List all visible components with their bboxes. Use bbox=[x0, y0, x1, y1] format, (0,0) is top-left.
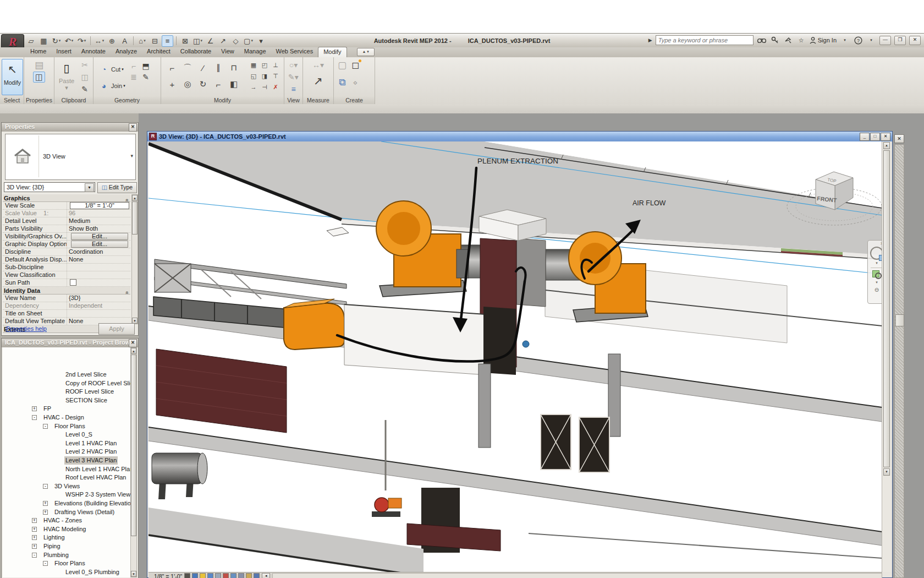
zoom-dropdown-icon[interactable]: ▾ bbox=[876, 280, 878, 285]
tree-item[interactable]: Level 1 HVAC Plan bbox=[3, 439, 130, 448]
view-vertical-scrollbar[interactable]: ▲ ▼ bbox=[882, 141, 891, 572]
project-browser-titlebar[interactable]: ICA_DUCTOS_v03-PIPED.rvt - Project Brow.… bbox=[2, 339, 138, 347]
instance-combo-dropdown-icon[interactable]: ▼ bbox=[85, 183, 94, 192]
favorites-star-icon[interactable]: ☆ bbox=[796, 35, 806, 45]
temporary-hide-icon[interactable] bbox=[238, 573, 244, 578]
tree-item[interactable]: Level 0_S bbox=[3, 430, 130, 439]
tree-item-label[interactable]: Floor Plans bbox=[53, 422, 86, 430]
navbar-collapse-icon[interactable]: ⊖ bbox=[875, 287, 879, 293]
copy-icon[interactable]: ◎ bbox=[180, 76, 195, 92]
tree-item[interactable]: Level 0_S Plumbing bbox=[3, 568, 130, 576]
create-assembly-icon[interactable]: ⋄ bbox=[349, 77, 361, 88]
view-minimize-icon[interactable]: _ bbox=[860, 133, 870, 141]
prop-scroll-thumb[interactable] bbox=[132, 201, 138, 235]
cope-geometry-icon[interactable]: ⌐ bbox=[128, 61, 140, 72]
tree-item[interactable]: +Drafting Views (Detail) bbox=[3, 508, 130, 516]
tab-manage[interactable]: Manage bbox=[239, 47, 271, 57]
tree-item[interactable]: -HVAC - Design bbox=[3, 413, 130, 422]
orient-icon[interactable]: ◇ bbox=[230, 35, 241, 47]
properties-scrollbar[interactable]: ▲ ▼ bbox=[131, 194, 138, 324]
tree-item-label[interactable]: Level 0_S bbox=[64, 430, 94, 439]
tree-item-label[interactable]: HVAC - Zones bbox=[42, 516, 83, 525]
collapse-chevron-icon[interactable]: » bbox=[124, 287, 130, 295]
default-3d-view-icon[interactable]: ⌂▾ bbox=[136, 35, 148, 47]
instance-combo[interactable]: 3D View: {3D} ▼ bbox=[4, 182, 95, 192]
communication-center-icon[interactable] bbox=[783, 35, 793, 45]
collapse-icon[interactable]: - bbox=[43, 561, 48, 566]
collapse-icon[interactable]: - bbox=[32, 415, 37, 420]
ribbon-collapse-button[interactable]: ▲ ▾ bbox=[357, 48, 375, 56]
pin-icon[interactable]: ⊤ bbox=[270, 70, 281, 81]
aligned-dimension-icon[interactable]: ↔▾ bbox=[94, 35, 105, 47]
mdi-scroll-thumb[interactable] bbox=[895, 314, 904, 326]
search-binoculars-icon[interactable] bbox=[757, 35, 767, 45]
view-scroll-down-icon[interactable]: ▼ bbox=[883, 468, 890, 476]
pin-remove-icon[interactable]: ⊥ bbox=[270, 59, 281, 70]
panel-label-create[interactable]: Create bbox=[334, 96, 375, 104]
tree-item-label[interactable]: Floor Plans bbox=[53, 559, 86, 568]
type-properties-icon[interactable]: ▤ bbox=[33, 59, 45, 70]
properties-palette-icon[interactable]: ◫ bbox=[33, 72, 45, 83]
browser-scroll-down-icon[interactable]: ▼ bbox=[131, 571, 136, 577]
properties-palette-titlebar[interactable]: Properties ✕ bbox=[2, 123, 138, 132]
close-button[interactable]: ✕ bbox=[909, 36, 921, 45]
close-hidden-windows-icon[interactable]: ⊠ bbox=[179, 35, 191, 47]
tree-item[interactable]: -3D Views bbox=[3, 482, 130, 490]
tree-item-label[interactable]: Lighting bbox=[42, 533, 66, 542]
qat-customize-icon[interactable]: ▾ bbox=[255, 35, 267, 47]
sun-path-checkbox[interactable] bbox=[70, 279, 76, 286]
panel-label-measure[interactable]: Measure bbox=[303, 96, 333, 104]
tree-item-label[interactable]: ROOF Level Slice bbox=[64, 388, 115, 396]
help-dropdown-icon[interactable]: ▾ bbox=[866, 35, 876, 45]
property-value[interactable]: 1/8" = 1'-0" bbox=[67, 202, 130, 209]
properties-help-link[interactable]: Properties help bbox=[6, 325, 47, 332]
view-scroll-thumb[interactable] bbox=[883, 150, 890, 467]
hscroll-left-icon[interactable]: ◄ bbox=[262, 573, 270, 578]
panel-label-geometry[interactable]: Geometry bbox=[94, 96, 161, 104]
scale-icon[interactable]: ◰ bbox=[259, 59, 270, 70]
tree-item-label[interactable]: Copy of ROOF Level Slice bbox=[64, 379, 130, 388]
panel-label-clipboard[interactable]: Clipboard bbox=[54, 96, 93, 104]
tree-item-label[interactable]: Piping bbox=[42, 542, 62, 550]
signin-dropdown-icon[interactable]: ▾ bbox=[840, 35, 850, 45]
search-expand-icon[interactable]: ▶ bbox=[648, 37, 652, 43]
tree-item-label[interactable]: Elevations (Building Elevation) bbox=[53, 499, 130, 508]
mirror-icon[interactable]: ◧ bbox=[226, 76, 241, 92]
shadows-icon[interactable] bbox=[207, 573, 213, 578]
tree-item-label[interactable]: WSHP 2-3 System View bbox=[64, 490, 130, 499]
split-face-icon[interactable]: ◱ bbox=[248, 70, 259, 81]
analysis-icon[interactable] bbox=[254, 573, 260, 578]
tree-item[interactable]: +Lighting bbox=[3, 533, 130, 542]
dimension-ruler-icon[interactable]: ↔▾ bbox=[312, 59, 324, 70]
text-icon[interactable]: A bbox=[119, 35, 130, 47]
mdi-scrollbar[interactable] bbox=[894, 144, 904, 578]
properties-close-icon[interactable]: ✕ bbox=[129, 123, 137, 132]
tab-insert[interactable]: Insert bbox=[51, 47, 76, 57]
tree-item[interactable]: SECTION Slice bbox=[3, 396, 130, 405]
panel-label-properties[interactable]: Properties bbox=[24, 96, 54, 104]
copy-to-clipboard-icon[interactable]: ◫ bbox=[79, 72, 91, 83]
array-icon[interactable]: ▦ bbox=[248, 59, 259, 70]
panel-label-select[interactable]: Select bbox=[0, 96, 24, 104]
tab-modify[interactable]: Modify bbox=[318, 47, 346, 57]
sign-in[interactable]: Sign In bbox=[810, 37, 837, 44]
restore-button[interactable]: ❐ bbox=[894, 36, 906, 45]
tree-item[interactable]: WSHP 2-3 System View bbox=[3, 490, 130, 499]
drawing-canvas[interactable]: PLENUM EXTRACTION AIR FLOW TOP FRONT ✕ ▾ bbox=[148, 141, 882, 572]
tab-analyze[interactable]: Analyze bbox=[111, 47, 142, 57]
type-selector-dropdown-icon[interactable]: ▾ bbox=[130, 153, 133, 159]
tree-item-label[interactable]: Roof Level HVAC Plan bbox=[64, 473, 127, 482]
reveal-hidden-icon[interactable]: ≡ bbox=[288, 84, 300, 95]
zoom-region-icon[interactable] bbox=[872, 269, 882, 279]
user-interface-icon[interactable]: ▢▾ bbox=[243, 35, 254, 47]
open-icon[interactable]: ▱ bbox=[25, 35, 37, 47]
save-icon[interactable]: ▦ bbox=[38, 35, 50, 47]
mdi-close-icon[interactable]: ✕ bbox=[894, 134, 904, 143]
create-group-icon[interactable]: ⧉ bbox=[336, 77, 348, 88]
help-icon[interactable]: ? bbox=[853, 35, 863, 45]
tag-icon[interactable]: ⊕ bbox=[106, 35, 118, 47]
tree-item-label[interactable]: HVAC Modeling bbox=[42, 525, 87, 533]
tree-item-label[interactable]: HVAC - Design bbox=[42, 413, 85, 422]
tree-item[interactable]: -Plumbing bbox=[3, 551, 130, 559]
project-browser-close-icon[interactable]: ✕ bbox=[129, 339, 137, 347]
